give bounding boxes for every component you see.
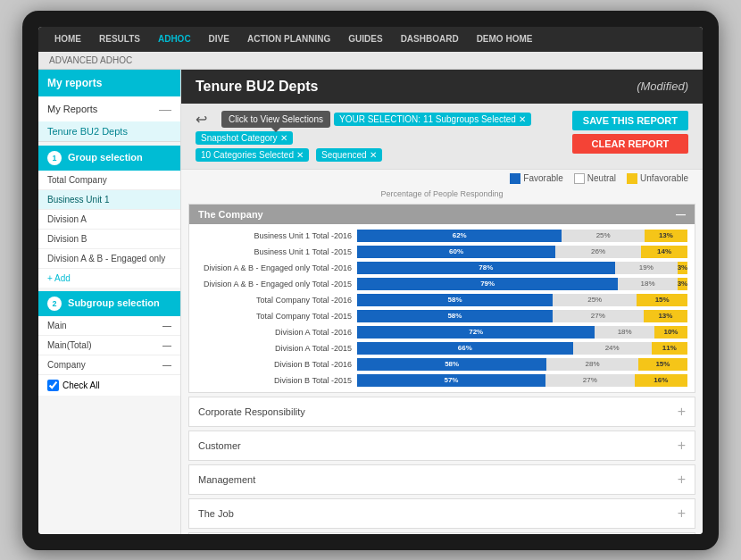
subgroup-main-total[interactable]: Main(Total) — xyxy=(38,336,180,355)
subgroup-company-label: Company xyxy=(47,360,86,370)
group-item-bu1[interactable]: Business Unit 1 xyxy=(38,190,180,210)
chart-row: Business Unit 1 Total -2016 62% 25% 13% xyxy=(189,228,695,244)
bar-favorable: 66% xyxy=(357,342,573,355)
bar-container: 66% 24% 11% xyxy=(357,342,687,355)
main-content: Tenure BU2 Depts (Modified) ↩ Click to V… xyxy=(181,70,703,534)
device-frame: HOME RESULTS ADHOC DIVE ACTION PLANNING … xyxy=(22,11,719,550)
subgroup-main-total-label: Main(Total) xyxy=(47,340,91,350)
selection-tag-categories[interactable]: 10 Categories Selected ✕ xyxy=(196,148,309,162)
chart-row-label: Division A & B - Engaged only Total -201… xyxy=(196,280,357,288)
tag-subgroups-close[interactable]: ✕ xyxy=(519,114,526,124)
collapsed-section[interactable]: The Job + xyxy=(188,498,695,529)
legend-favorable-box xyxy=(510,173,520,184)
chart-row: Division B Total -2016 58% 28% 15% xyxy=(189,356,695,372)
collapsed-section-label: The Job xyxy=(198,508,234,519)
subgroup-main-sign: — xyxy=(162,321,171,330)
selection-tag-snapshot[interactable]: Snapshot Category ✕ xyxy=(196,131,293,145)
expand-icon[interactable]: + xyxy=(678,404,686,420)
check-all-checkbox[interactable] xyxy=(47,380,59,391)
collapsed-section-label: Management xyxy=(198,474,255,485)
collapsed-section[interactable]: Corporate Responsibility + xyxy=(188,397,695,427)
subgroup-main-total-sign: — xyxy=(162,340,171,350)
bar-neutral: 25% xyxy=(553,294,637,306)
bar-neutral: 27% xyxy=(545,374,635,387)
expand-icon[interactable]: + xyxy=(678,438,686,454)
subgroup-main[interactable]: Main — xyxy=(38,316,180,336)
save-report-button[interactable]: SAVE THIS REPORT xyxy=(572,111,688,130)
bar-favorable: 58% xyxy=(357,294,553,306)
group-item-div-ab[interactable]: Division A & B - Engaged only xyxy=(38,249,180,269)
report-header: Tenure BU2 Depts (Modified) xyxy=(181,70,703,104)
screen: HOME RESULTS ADHOC DIVE ACTION PLANNING … xyxy=(38,27,703,534)
nav-home[interactable]: HOME xyxy=(46,27,90,52)
tag-sequenced-close[interactable]: ✕ xyxy=(370,150,377,160)
bar-neutral: 19% xyxy=(615,262,678,274)
legend-favorable-label: Favorable xyxy=(523,173,562,183)
sidebar-my-reports-toggle[interactable]: My Reports — xyxy=(38,96,180,121)
bar-container: 79% 18% 3% xyxy=(357,278,687,290)
subgroup-number: 2 xyxy=(47,297,62,311)
chart-row: Total Company Total -2015 58% 27% 13% xyxy=(189,308,695,324)
nav-dashboard[interactable]: DASHBOARD xyxy=(392,27,468,52)
bar-neutral: 26% xyxy=(555,246,641,258)
collapsed-section[interactable]: Customer + xyxy=(188,430,695,461)
sidebar-my-reports-label: My Reports xyxy=(47,104,97,114)
sidebar-group-selection-header: 1 Group selection xyxy=(38,146,180,171)
tag-categories-close[interactable]: ✕ xyxy=(296,150,304,160)
check-all-item[interactable]: Check All xyxy=(38,375,180,396)
legend-favorable: Favorable xyxy=(510,173,562,184)
chart-row: Business Unit 1 Total -2015 60% 26% 14% xyxy=(189,244,695,260)
collapsed-section[interactable]: Engagement + xyxy=(188,532,695,534)
back-arrow-icon[interactable]: ↩ xyxy=(196,111,207,128)
bar-container: 58% 25% 15% xyxy=(357,294,687,306)
tag-subgroups-label: YOUR SELECTION: 11 Subgroups Selected xyxy=(339,114,516,124)
group-selection-label: Group selection xyxy=(68,152,143,163)
chart-section-header: The Company — xyxy=(189,205,695,224)
main-layout: My reports My Reports — Tenure BU2 Depts… xyxy=(38,70,703,534)
bar-favorable: 78% xyxy=(357,262,615,274)
expand-icon[interactable]: + xyxy=(678,472,686,488)
check-all-label: Check All xyxy=(62,380,100,390)
nav-adhoc[interactable]: ADHOC xyxy=(149,27,200,52)
tag-snapshot-close[interactable]: ✕ xyxy=(280,133,287,143)
selection-tag-sequenced[interactable]: Sequenced ✕ xyxy=(316,148,382,162)
tag-sequenced-label: Sequenced xyxy=(321,150,367,160)
nav-action-planning[interactable]: ACTION PLANNING xyxy=(238,27,339,52)
add-group-button[interactable]: + Add xyxy=(38,269,180,288)
collapsed-section[interactable]: Management + xyxy=(188,464,695,495)
group-item-div-b[interactable]: Division B xyxy=(38,230,180,249)
controls-left: ↩ Click to View Selections YOUR SELECTIO… xyxy=(196,111,565,162)
bar-container: 58% 28% 15% xyxy=(357,358,687,371)
bar-favorable: 72% xyxy=(357,326,595,339)
selection-tag-subgroups[interactable]: YOUR SELECTION: 11 Subgroups Selected ✕ xyxy=(334,113,531,126)
bar-unfavorable: 3% xyxy=(678,262,687,274)
clear-report-button[interactable]: CLEAR REPORT xyxy=(572,134,688,154)
chart-row: Division B Total -2015 57% 27% 16% xyxy=(189,372,695,389)
bar-container: 57% 27% 16% xyxy=(357,374,687,387)
sidebar-collapse-icon: — xyxy=(159,102,171,116)
nav-demo-home[interactable]: DEMO HOME xyxy=(468,27,542,52)
group-item-total-company[interactable]: Total Company xyxy=(38,171,180,190)
chart-section-collapse-icon[interactable]: — xyxy=(676,209,686,220)
bar-unfavorable: 10% xyxy=(654,326,687,339)
bar-favorable: 57% xyxy=(357,374,545,387)
subgroup-company[interactable]: Company — xyxy=(38,355,180,375)
chart-section-title: The Company xyxy=(198,209,263,220)
bar-unfavorable: 14% xyxy=(641,246,687,258)
legend-row: Favorable Neutral Unfavorable xyxy=(181,170,703,188)
bar-favorable: 79% xyxy=(357,278,618,290)
tag-categories-label: 10 Categories Selected xyxy=(201,150,294,160)
expand-icon[interactable]: + xyxy=(678,506,686,522)
collapsed-section-label: Corporate Responsibility xyxy=(198,406,305,417)
nav-results[interactable]: RESULTS xyxy=(90,27,149,52)
tag-snapshot-label: Snapshot Category xyxy=(201,133,278,143)
sidebar-active-report[interactable]: Tenure BU2 Depts xyxy=(38,121,180,141)
chart-row-label: Division B Total -2015 xyxy=(196,376,357,385)
chart-row-label: Division A Total -2016 xyxy=(196,328,357,337)
group-item-div-a[interactable]: Division A xyxy=(38,210,180,230)
nav-dive[interactable]: DIVE xyxy=(200,27,238,52)
nav-guides[interactable]: GUIDES xyxy=(339,27,391,52)
chart-row-label: Business Unit 1 Total -2015 xyxy=(196,247,357,256)
chart-row-label: Division A Total -2015 xyxy=(196,344,357,353)
pct-label: Percentage of People Responding xyxy=(181,188,703,200)
